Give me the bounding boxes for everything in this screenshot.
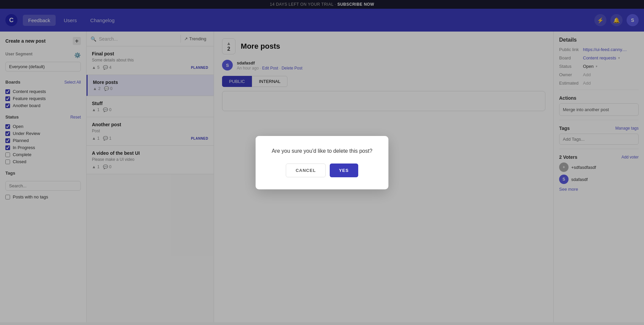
modal-question: Are you sure you'd like to delete this p… bbox=[272, 148, 372, 154]
modal-overlay: Are you sure you'd like to delete this p… bbox=[0, 0, 644, 325]
modal-buttons: CANCEL YES bbox=[272, 164, 372, 177]
modal-yes-button[interactable]: YES bbox=[330, 164, 358, 177]
modal-cancel-button[interactable]: CANCEL bbox=[286, 164, 325, 177]
delete-confirm-modal: Are you sure you'd like to delete this p… bbox=[256, 136, 388, 189]
